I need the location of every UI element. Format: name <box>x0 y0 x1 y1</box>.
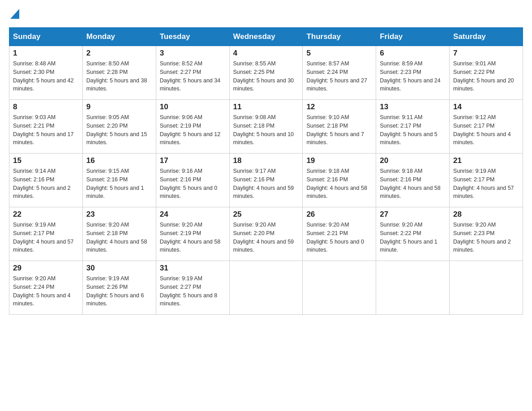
calendar-cell: 11 Sunrise: 9:08 AMSunset: 2:18 PMDaylig… <box>229 100 303 154</box>
calendar-week-row: 8 Sunrise: 9:03 AMSunset: 2:21 PMDayligh… <box>9 100 523 154</box>
calendar-cell: 21 Sunrise: 9:19 AMSunset: 2:17 PMDaylig… <box>450 154 523 207</box>
day-number: 25 <box>233 210 299 219</box>
day-info: Sunrise: 9:01 AMSunset: 2:22 PMDaylight:… <box>453 60 519 93</box>
page-header <box>9 9 523 20</box>
day-number: 6 <box>380 49 446 58</box>
calendar-cell <box>229 261 303 315</box>
calendar-cell: 18 Sunrise: 9:17 AMSunset: 2:16 PMDaylig… <box>229 154 303 207</box>
day-info: Sunrise: 9:20 AMSunset: 2:19 PMDaylight:… <box>160 221 226 254</box>
calendar-cell: 2 Sunrise: 8:50 AMSunset: 2:28 PMDayligh… <box>82 46 156 100</box>
calendar-cell: 23 Sunrise: 9:20 AMSunset: 2:18 PMDaylig… <box>82 207 156 261</box>
day-info: Sunrise: 9:20 AMSunset: 2:20 PMDaylight:… <box>233 221 299 254</box>
day-number: 17 <box>160 156 226 165</box>
weekday-header-tuesday: Tuesday <box>156 28 229 46</box>
day-info: Sunrise: 9:20 AMSunset: 2:21 PMDaylight:… <box>306 221 372 254</box>
day-number: 14 <box>453 103 519 111</box>
calendar-cell: 3 Sunrise: 8:52 AMSunset: 2:27 PMDayligh… <box>156 46 229 100</box>
day-info: Sunrise: 9:20 AMSunset: 2:22 PMDaylight:… <box>380 221 446 254</box>
weekday-header-saturday: Saturday <box>450 28 523 46</box>
logo-triangle-icon <box>10 9 19 19</box>
day-number: 4 <box>233 49 299 58</box>
day-number: 13 <box>380 103 446 111</box>
calendar-cell: 17 Sunrise: 9:16 AMSunset: 2:16 PMDaylig… <box>156 154 229 207</box>
day-info: Sunrise: 9:17 AMSunset: 2:16 PMDaylight:… <box>233 167 299 201</box>
day-number: 16 <box>86 156 152 165</box>
day-number: 12 <box>306 103 372 111</box>
calendar-cell: 6 Sunrise: 8:59 AMSunset: 2:23 PMDayligh… <box>376 46 450 100</box>
calendar-cell <box>376 261 450 315</box>
weekday-header-row: SundayMondayTuesdayWednesdayThursdayFrid… <box>9 28 523 46</box>
day-number: 11 <box>233 103 299 111</box>
calendar-cell: 28 Sunrise: 9:20 AMSunset: 2:23 PMDaylig… <box>450 207 523 261</box>
calendar-cell: 14 Sunrise: 9:12 AMSunset: 2:17 PMDaylig… <box>450 100 523 154</box>
day-number: 18 <box>233 156 299 165</box>
day-number: 5 <box>306 49 372 58</box>
calendar-cell: 7 Sunrise: 9:01 AMSunset: 2:22 PMDayligh… <box>450 46 523 100</box>
calendar-cell: 9 Sunrise: 9:05 AMSunset: 2:20 PMDayligh… <box>82 100 156 154</box>
calendar-cell: 16 Sunrise: 9:15 AMSunset: 2:16 PMDaylig… <box>82 154 156 207</box>
day-info: Sunrise: 9:03 AMSunset: 2:21 PMDaylight:… <box>13 113 79 147</box>
day-info: Sunrise: 8:48 AMSunset: 2:30 PMDaylight:… <box>13 60 79 93</box>
day-info: Sunrise: 9:15 AMSunset: 2:16 PMDaylight:… <box>86 167 152 201</box>
calendar-table: SundayMondayTuesdayWednesdayThursdayFrid… <box>9 27 523 315</box>
day-info: Sunrise: 8:50 AMSunset: 2:28 PMDaylight:… <box>86 60 152 93</box>
calendar-cell: 27 Sunrise: 9:20 AMSunset: 2:22 PMDaylig… <box>376 207 450 261</box>
calendar-cell: 1 Sunrise: 8:48 AMSunset: 2:30 PMDayligh… <box>9 46 83 100</box>
calendar-cell: 22 Sunrise: 9:19 AMSunset: 2:17 PMDaylig… <box>9 207 83 261</box>
calendar-cell: 31 Sunrise: 9:19 AMSunset: 2:27 PMDaylig… <box>156 261 229 315</box>
day-info: Sunrise: 9:18 AMSunset: 2:16 PMDaylight:… <box>380 167 446 201</box>
day-info: Sunrise: 9:16 AMSunset: 2:16 PMDaylight:… <box>160 167 226 201</box>
svg-marker-0 <box>10 9 19 19</box>
logo <box>9 9 19 20</box>
weekday-header-friday: Friday <box>376 28 450 46</box>
day-number: 27 <box>380 210 446 219</box>
day-info: Sunrise: 9:19 AMSunset: 2:17 PMDaylight:… <box>453 167 519 201</box>
day-info: Sunrise: 8:57 AMSunset: 2:24 PMDaylight:… <box>306 60 372 93</box>
day-number: 15 <box>13 156 79 165</box>
day-number: 7 <box>453 49 519 58</box>
calendar-cell: 10 Sunrise: 9:06 AMSunset: 2:19 PMDaylig… <box>156 100 229 154</box>
calendar-week-row: 22 Sunrise: 9:19 AMSunset: 2:17 PMDaylig… <box>9 207 523 261</box>
day-info: Sunrise: 9:05 AMSunset: 2:20 PMDaylight:… <box>86 113 152 147</box>
day-info: Sunrise: 9:19 AMSunset: 2:26 PMDaylight:… <box>86 274 152 308</box>
day-info: Sunrise: 9:18 AMSunset: 2:16 PMDaylight:… <box>306 167 372 201</box>
day-number: 28 <box>453 210 519 219</box>
calendar-cell: 26 Sunrise: 9:20 AMSunset: 2:21 PMDaylig… <box>303 207 376 261</box>
day-info: Sunrise: 9:08 AMSunset: 2:18 PMDaylight:… <box>233 113 299 147</box>
day-info: Sunrise: 8:59 AMSunset: 2:23 PMDaylight:… <box>380 60 446 93</box>
day-info: Sunrise: 9:19 AMSunset: 2:17 PMDaylight:… <box>13 221 79 254</box>
weekday-header-wednesday: Wednesday <box>229 28 303 46</box>
day-number: 10 <box>160 103 226 111</box>
calendar-cell: 8 Sunrise: 9:03 AMSunset: 2:21 PMDayligh… <box>9 100 83 154</box>
calendar-cell: 13 Sunrise: 9:11 AMSunset: 2:17 PMDaylig… <box>376 100 450 154</box>
day-info: Sunrise: 8:52 AMSunset: 2:27 PMDaylight:… <box>160 60 226 93</box>
day-number: 31 <box>160 264 226 273</box>
weekday-header-sunday: Sunday <box>9 28 83 46</box>
calendar-cell: 30 Sunrise: 9:19 AMSunset: 2:26 PMDaylig… <box>82 261 156 315</box>
calendar-cell: 25 Sunrise: 9:20 AMSunset: 2:20 PMDaylig… <box>229 207 303 261</box>
day-number: 8 <box>13 103 79 111</box>
calendar-cell: 20 Sunrise: 9:18 AMSunset: 2:16 PMDaylig… <box>376 154 450 207</box>
calendar-week-row: 29 Sunrise: 9:20 AMSunset: 2:24 PMDaylig… <box>9 261 523 315</box>
day-number: 23 <box>86 210 152 219</box>
day-number: 21 <box>453 156 519 165</box>
calendar-cell: 12 Sunrise: 9:10 AMSunset: 2:18 PMDaylig… <box>303 100 376 154</box>
day-number: 19 <box>306 156 372 165</box>
day-number: 24 <box>160 210 226 219</box>
day-number: 26 <box>306 210 372 219</box>
calendar-week-row: 15 Sunrise: 9:14 AMSunset: 2:16 PMDaylig… <box>9 154 523 207</box>
day-number: 9 <box>86 103 152 111</box>
calendar-cell: 29 Sunrise: 9:20 AMSunset: 2:24 PMDaylig… <box>9 261 83 315</box>
day-info: Sunrise: 9:20 AMSunset: 2:24 PMDaylight:… <box>13 274 79 308</box>
day-info: Sunrise: 9:20 AMSunset: 2:18 PMDaylight:… <box>86 221 152 254</box>
day-number: 30 <box>86 264 152 273</box>
day-info: Sunrise: 9:20 AMSunset: 2:23 PMDaylight:… <box>453 221 519 254</box>
calendar-week-row: 1 Sunrise: 8:48 AMSunset: 2:30 PMDayligh… <box>9 46 523 100</box>
day-info: Sunrise: 9:06 AMSunset: 2:19 PMDaylight:… <box>160 113 226 147</box>
weekday-header-monday: Monday <box>82 28 156 46</box>
day-number: 1 <box>13 49 79 58</box>
calendar-cell <box>450 261 523 315</box>
calendar-cell: 4 Sunrise: 8:55 AMSunset: 2:25 PMDayligh… <box>229 46 303 100</box>
calendar-cell: 19 Sunrise: 9:18 AMSunset: 2:16 PMDaylig… <box>303 154 376 207</box>
day-info: Sunrise: 9:11 AMSunset: 2:17 PMDaylight:… <box>380 113 446 147</box>
